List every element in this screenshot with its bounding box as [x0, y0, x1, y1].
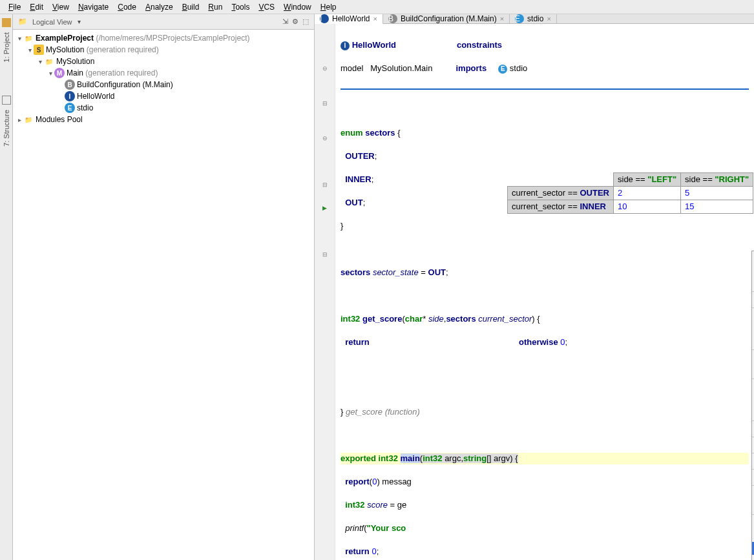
menu-window[interactable]: Window [279, 1, 316, 13]
editor-tabs: I HelloWorld × B BuildConfiguration (M.M… [315, 14, 754, 24]
tree-modules-pool[interactable]: ▸📁 Modules Pool [16, 114, 311, 125]
tree-node-hello[interactable]: IHelloWorld [16, 90, 311, 102]
fold-end-icon[interactable]: ⊟ [315, 98, 335, 109]
toolbar-gear-icon[interactable]: ⚙ [292, 17, 298, 26]
module-icon: I [340, 41, 350, 50]
editor-panel: I HelloWorld × B BuildConfiguration (M.M… [315, 14, 754, 560]
menu-navigate[interactable]: Navigate [74, 1, 113, 13]
decision-table[interactable]: side == "LEFT" side == "RIGHT" current_s… [507, 172, 753, 214]
close-icon[interactable]: × [547, 15, 550, 23]
tree-node-build[interactable]: BBuildConfiguration (M.Main) [16, 79, 311, 90]
close-icon[interactable]: × [500, 15, 504, 23]
menu-tools[interactable]: Tools [227, 1, 254, 13]
chevron-down-icon[interactable]: ▾ [78, 18, 81, 25]
project-tree[interactable]: ▾📁 ExampleProject (/home/meres/MPSProjec… [13, 30, 314, 128]
close-icon[interactable]: × [373, 15, 377, 23]
code-editor[interactable]: I HelloWorld constraints model MySolutio… [335, 24, 754, 560]
project-path: (/home/meres/MPSProjects/ExampleProject) [96, 34, 249, 43]
module-icon: I [320, 14, 329, 23]
logical-view-label[interactable]: Logical View [32, 18, 72, 26]
fold-end-icon[interactable]: ⊟ [315, 249, 335, 260]
tree-folder[interactable]: ▾📁 MySolution [16, 56, 311, 67]
menubar: File Edit View Navigate Code Analyze Bui… [0, 0, 754, 14]
menu-build[interactable]: Build [178, 1, 204, 13]
project-panel: 📁 Logical View ▾ ⇲ ⚙ ⬚ ▾📁 ExampleProject… [13, 14, 315, 560]
ext-icon: E [515, 14, 524, 23]
ext-icon: E [498, 65, 507, 74]
tab-helloworld[interactable]: I HelloWorld × [315, 14, 383, 24]
tool-window-bar-left: 1: Project 7: Structure [0, 14, 13, 560]
toolbar-collapse-icon[interactable]: ⇲ [282, 17, 288, 26]
fold-icon[interactable]: ⊖ [315, 132, 335, 144]
menu-file[interactable]: File [4, 1, 25, 13]
menu-edit[interactable]: Edit [25, 1, 48, 13]
build-icon: B [388, 14, 397, 23]
toolbar-hide-icon[interactable]: ⬚ [302, 17, 309, 26]
tree-project-root[interactable]: ▾📁 ExampleProject (/home/meres/MPSProjec… [16, 32, 311, 44]
tree-node-stdio[interactable]: Estdio [16, 102, 311, 114]
menu-vcs[interactable]: VCS [254, 1, 279, 13]
menu-run[interactable]: Run [204, 1, 227, 13]
context-menu: ⬚Show Node in Logical ViewAlt+F2Show Nod… [751, 251, 754, 560]
gutter: ⊖ ⊟ ⊖ ⊟ ▶ ⊟ [315, 24, 335, 560]
logical-view-icon: 📁 [18, 17, 27, 26]
tool-tab-project[interactable]: 1: Project [3, 30, 10, 65]
project-tool-icon[interactable] [2, 18, 11, 27]
fold-icon[interactable]: ⊖ [315, 63, 335, 74]
run-gutter-icon[interactable]: ▶ [315, 202, 335, 214]
menu-view[interactable]: View [48, 1, 74, 13]
structure-tool-icon[interactable] [2, 96, 11, 105]
tab-stdio[interactable]: E stdio × [510, 14, 557, 23]
menu-analyze[interactable]: Analyze [141, 1, 178, 13]
menu-code[interactable]: Code [113, 1, 141, 13]
menu-help[interactable]: Help [316, 1, 341, 13]
project-name: ExampleProject [36, 34, 94, 43]
tab-buildconfig[interactable]: B BuildConfiguration (M.Main) × [383, 14, 510, 23]
tree-solution[interactable]: ▾S MySolution (generation required) [16, 44, 311, 56]
fold-end-icon[interactable]: ⊟ [315, 179, 335, 191]
code-area: ⊖ ⊟ ⊖ ⊟ ▶ ⊟ I HelloWorld constraints mod… [315, 24, 754, 560]
project-toolbar: 📁 Logical View ▾ ⇲ ⚙ ⬚ [13, 14, 314, 30]
tree-model[interactable]: ▾M Main (generation required) [16, 67, 311, 79]
tool-tab-structure[interactable]: 7: Structure [3, 107, 10, 149]
